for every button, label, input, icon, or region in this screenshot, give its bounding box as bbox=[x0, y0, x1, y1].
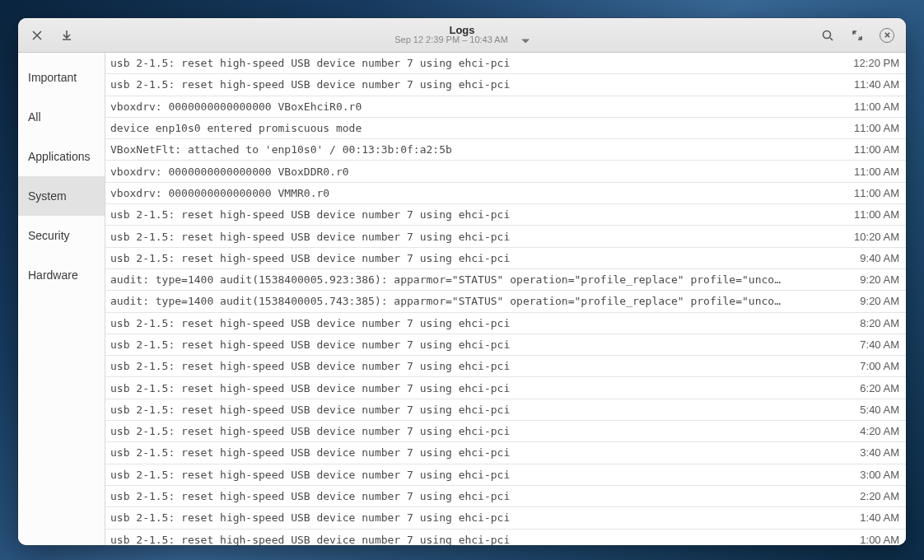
log-timestamp: 3:00 AM bbox=[840, 469, 899, 481]
close-button[interactable] bbox=[28, 26, 46, 44]
window-body: ImportantAllApplicationsSystemSecurityHa… bbox=[18, 53, 906, 545]
log-row[interactable]: usb 2-1.5: reset high-speed USB device n… bbox=[105, 421, 906, 442]
log-row[interactable]: usb 2-1.5: reset high-speed USB device n… bbox=[105, 377, 906, 399]
log-row[interactable]: usb 2-1.5: reset high-speed USB device n… bbox=[105, 53, 906, 74]
log-row[interactable]: usb 2-1.5: reset high-speed USB device n… bbox=[105, 507, 906, 529]
log-message: usb 2-1.5: reset high-speed USB device n… bbox=[110, 231, 840, 243]
log-message: usb 2-1.5: reset high-speed USB device n… bbox=[110, 78, 840, 91]
sidebar-item-applications[interactable]: Applications bbox=[18, 137, 105, 176]
log-timestamp: 7:00 AM bbox=[840, 360, 899, 372]
log-timestamp: 9:20 AM bbox=[840, 273, 899, 286]
log-message: usb 2-1.5: reset high-speed USB device n… bbox=[110, 469, 840, 481]
search-icon bbox=[821, 29, 834, 42]
log-row[interactable]: usb 2-1.5: reset high-speed USB device n… bbox=[105, 204, 906, 226]
sidebar: ImportantAllApplicationsSystemSecurityHa… bbox=[18, 53, 105, 545]
log-message: usb 2-1.5: reset high-speed USB device n… bbox=[110, 425, 840, 437]
log-timestamp: 11:40 AM bbox=[840, 78, 899, 91]
log-row[interactable]: usb 2-1.5: reset high-speed USB device n… bbox=[105, 313, 906, 334]
sidebar-item-system[interactable]: System bbox=[18, 176, 105, 216]
log-message: usb 2-1.5: reset high-speed USB device n… bbox=[110, 208, 840, 221]
log-row[interactable]: vboxdrv: 0000000000000000 VBoxEhciR0.r01… bbox=[105, 96, 906, 118]
sidebar-item-label: Applications bbox=[28, 150, 91, 163]
log-list[interactable]: usb 2-1.5: reset high-speed USB device n… bbox=[105, 53, 906, 545]
log-message: usb 2-1.5: reset high-speed USB device n… bbox=[110, 338, 840, 351]
sidebar-item-important[interactable]: Important bbox=[18, 58, 105, 97]
log-row[interactable]: usb 2-1.5: reset high-speed USB device n… bbox=[105, 486, 906, 507]
log-message: device enp10s0 entered promiscuous mode bbox=[110, 122, 840, 134]
log-timestamp: 9:20 AM bbox=[840, 295, 899, 307]
log-timestamp: 11:00 AM bbox=[840, 166, 899, 178]
log-timestamp: 7:40 AM bbox=[840, 338, 899, 351]
expand-button[interactable] bbox=[848, 26, 866, 44]
log-row[interactable]: usb 2-1.5: reset high-speed USB device n… bbox=[105, 74, 906, 96]
log-message: usb 2-1.5: reset high-speed USB device n… bbox=[110, 404, 840, 416]
headerbar: Logs Sep 12 2:39 PM – 10:43 AM bbox=[18, 18, 906, 53]
log-message: usb 2-1.5: reset high-speed USB device n… bbox=[110, 490, 840, 502]
log-row[interactable]: usb 2-1.5: reset high-speed USB device n… bbox=[105, 334, 906, 356]
log-timestamp: 12:20 PM bbox=[840, 57, 899, 69]
log-timestamp: 1:40 AM bbox=[840, 511, 899, 524]
headerbar-left bbox=[18, 26, 86, 44]
log-message: audit: type=1400 audit(1538400005.923:38… bbox=[110, 273, 840, 286]
sidebar-item-label: Hardware bbox=[28, 268, 78, 282]
log-timestamp: 11:00 AM bbox=[840, 100, 899, 113]
sidebar-item-label: Important bbox=[28, 71, 77, 84]
svg-point-0 bbox=[824, 30, 831, 38]
sidebar-item-label: System bbox=[28, 189, 67, 203]
log-message: usb 2-1.5: reset high-speed USB device n… bbox=[110, 317, 840, 329]
logs-window: Logs Sep 12 2:39 PM – 10:43 AM Important… bbox=[18, 18, 906, 545]
log-message: vboxdrv: 0000000000000000 VBoxEhciR0.r0 bbox=[110, 100, 840, 113]
log-message: vboxdrv: 0000000000000000 VBoxDDR0.r0 bbox=[110, 166, 840, 178]
app-title: Logs bbox=[449, 25, 474, 36]
log-message: VBoxNetFlt: attached to 'enp10s0' / 00:1… bbox=[110, 143, 840, 156]
log-row[interactable]: audit: type=1400 audit(1538400005.923:38… bbox=[105, 269, 906, 291]
log-row[interactable]: usb 2-1.5: reset high-speed USB device n… bbox=[105, 464, 906, 486]
download-icon bbox=[60, 29, 73, 42]
log-message: usb 2-1.5: reset high-speed USB device n… bbox=[110, 57, 840, 69]
expand-icon bbox=[851, 29, 864, 42]
headerbar-right bbox=[809, 26, 906, 44]
export-button[interactable] bbox=[58, 26, 76, 44]
log-message: usb 2-1.5: reset high-speed USB device n… bbox=[110, 360, 840, 372]
log-message: usb 2-1.5: reset high-speed USB device n… bbox=[110, 511, 840, 524]
date-range: Sep 12 2:39 PM – 10:43 AM bbox=[394, 36, 508, 46]
log-row[interactable]: usb 2-1.5: reset high-speed USB device n… bbox=[105, 356, 906, 377]
log-row[interactable]: audit: type=1400 audit(1538400005.743:38… bbox=[105, 291, 906, 312]
chevron-down-icon bbox=[521, 40, 530, 44]
log-row[interactable]: device enp10s0 entered promiscuous mode1… bbox=[105, 118, 906, 139]
sidebar-item-label: All bbox=[28, 110, 41, 124]
log-row[interactable]: VBoxNetFlt: attached to 'enp10s0' / 00:1… bbox=[105, 139, 906, 161]
log-row[interactable]: vboxdrv: 0000000000000000 VBoxDDR0.r011:… bbox=[105, 161, 906, 182]
log-row[interactable]: usb 2-1.5: reset high-speed USB device n… bbox=[105, 399, 906, 421]
headerbar-title-group[interactable]: Logs Sep 12 2:39 PM – 10:43 AM bbox=[394, 25, 530, 45]
log-timestamp: 3:40 AM bbox=[840, 446, 899, 459]
log-timestamp: 11:00 AM bbox=[840, 187, 899, 199]
log-row[interactable]: usb 2-1.5: reset high-speed USB device n… bbox=[105, 248, 906, 269]
log-timestamp: 11:00 AM bbox=[840, 122, 899, 134]
sidebar-item-security[interactable]: Security bbox=[18, 216, 105, 255]
close-icon bbox=[30, 29, 44, 42]
log-timestamp: 1:00 AM bbox=[840, 534, 899, 545]
log-timestamp: 10:20 AM bbox=[840, 231, 899, 243]
log-row[interactable]: usb 2-1.5: reset high-speed USB device n… bbox=[105, 530, 906, 545]
sidebar-item-hardware[interactable]: Hardware bbox=[18, 255, 105, 295]
close-circle-icon bbox=[880, 28, 894, 43]
log-timestamp: 2:20 AM bbox=[840, 490, 899, 502]
log-message: usb 2-1.5: reset high-speed USB device n… bbox=[110, 534, 840, 545]
log-row[interactable]: usb 2-1.5: reset high-speed USB device n… bbox=[105, 442, 906, 464]
log-timestamp: 11:00 AM bbox=[840, 208, 899, 221]
log-row[interactable]: usb 2-1.5: reset high-speed USB device n… bbox=[105, 226, 906, 247]
log-timestamp: 5:40 AM bbox=[840, 404, 899, 416]
window-close-button[interactable] bbox=[878, 26, 896, 44]
log-row[interactable]: vboxdrv: 0000000000000000 VMMR0.r011:00 … bbox=[105, 183, 906, 204]
log-timestamp: 8:20 AM bbox=[840, 317, 899, 329]
search-button[interactable] bbox=[819, 26, 837, 44]
log-timestamp: 4:20 AM bbox=[840, 425, 899, 437]
sidebar-item-all[interactable]: All bbox=[18, 97, 105, 137]
log-message: usb 2-1.5: reset high-speed USB device n… bbox=[110, 252, 840, 264]
log-timestamp: 6:20 AM bbox=[840, 382, 899, 394]
sidebar-item-label: Security bbox=[28, 229, 70, 242]
log-timestamp: 9:40 AM bbox=[840, 252, 899, 264]
log-message: audit: type=1400 audit(1538400005.743:38… bbox=[110, 295, 840, 307]
log-message: usb 2-1.5: reset high-speed USB device n… bbox=[110, 446, 840, 459]
